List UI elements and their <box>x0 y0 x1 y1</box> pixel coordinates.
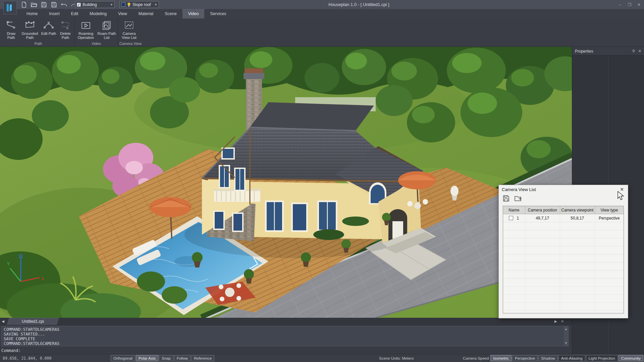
menu-tab-bar: Home Insert Edit Modeling View Material … <box>0 9 644 18</box>
tab-view[interactable]: View <box>112 9 133 18</box>
tab-scene[interactable]: Scene <box>159 9 182 18</box>
ribbon-group-path: Draw Path Grounded Path <box>2 18 74 47</box>
svg-text:Y: Y <box>7 261 10 266</box>
col-view-type[interactable]: View type <box>595 206 624 214</box>
svg-text:X: X <box>41 276 44 281</box>
open-file-icon[interactable] <box>30 1 38 8</box>
command-console: ◀ Untitled1.cpi ▶ ✕ COMMAND:STARTDLGCAME… <box>0 318 572 354</box>
col-name[interactable]: Name <box>503 206 525 214</box>
ribbon-group-video: Roaming Operation Roam Path List Video <box>74 18 118 47</box>
tab-services[interactable]: Services <box>204 9 232 18</box>
slope-roof-combo-label: Slope roof <box>132 2 151 7</box>
umbrella-orange-left <box>150 197 191 217</box>
cursor-coordinates: 89.656, 21.844, 0.000 <box>3 354 51 362</box>
camera-view-list-button[interactable]: Camera View List <box>119 19 139 42</box>
ribbon-group-camera-view: Camera View List Camera View <box>118 18 143 47</box>
3d-viewport[interactable]: Y X <box>0 47 572 318</box>
ribbon: Draw Path Grounded Path <box>0 18 644 47</box>
reference-toggle[interactable]: Reference <box>191 355 214 361</box>
delete-path-icon <box>60 20 71 31</box>
scroll-down-icon[interactable]: ▼ <box>565 341 567 346</box>
save-icon[interactable] <box>40 1 48 8</box>
new-file-icon[interactable] <box>20 1 28 8</box>
scene-units-label: Scene Units: Meters <box>379 354 414 362</box>
tab-scroll-right-icon[interactable]: ▶ <box>554 319 557 323</box>
tab-home[interactable]: Home <box>21 9 43 18</box>
log-line: COMMAND:STARTDLGCAMERAS <box>4 341 566 346</box>
ribbon-group-label-camera-view: Camera View <box>119 42 142 47</box>
close-button[interactable]: ✕ <box>637 2 641 7</box>
snap-toggle[interactable]: Snap <box>159 355 173 361</box>
isometric-toggle[interactable]: Isometric <box>490 355 512 361</box>
row-camera-position: 49,7,17 <box>525 214 560 222</box>
log-scrollbar[interactable]: ▲ ▼ <box>564 326 568 346</box>
polar-axis-toggle[interactable]: Polar Axis <box>136 355 158 361</box>
3d-scene: Y X <box>0 47 572 318</box>
building-filter-combo[interactable]: ✓ Building ▼ <box>75 1 115 8</box>
slope-roof-combo[interactable]: Slope roof ▼ <box>119 1 159 8</box>
chevron-down-icon[interactable]: ▼ <box>154 3 157 6</box>
community-toggle[interactable]: Community <box>619 355 643 361</box>
anti-aliasing-toggle[interactable]: Anti-Aliasing <box>558 355 585 361</box>
row-checkbox[interactable] <box>509 216 513 220</box>
dialog-title: Camera View List <box>502 187 536 192</box>
slope-roof-swatch[interactable] <box>121 2 125 7</box>
log-line: COMMAND:STARTDLGCAMERAS <box>4 327 566 332</box>
minimize-button[interactable]: – <box>618 2 623 7</box>
app-logo <box>3 1 17 14</box>
chevron-down-icon[interactable]: ▼ <box>110 3 113 6</box>
row-camera-viewpoint: 50,8,17 <box>560 214 595 222</box>
roam-path-list-icon <box>101 20 112 31</box>
tab-close-icon[interactable]: ✕ <box>561 319 564 323</box>
lightbulb-icon <box>127 2 131 7</box>
tab-scroll-left-icon[interactable]: ◀ <box>1 318 5 324</box>
tab-edit[interactable]: Edit <box>65 9 84 18</box>
col-camera-viewpoint[interactable]: Camera viewpoint <box>560 206 595 214</box>
mouse-cursor <box>617 191 625 202</box>
status-bar: 89.656, 21.844, 0.000 Orthogonal Polar A… <box>0 354 644 362</box>
restore-button[interactable]: ❐ <box>627 2 632 7</box>
tab-video[interactable]: Video <box>182 9 205 18</box>
row-view-type: Perspective <box>595 214 624 222</box>
row-name: 1 <box>517 216 519 221</box>
log-line: SAVING STARTED... <box>4 332 566 337</box>
properties-panel-title: Properties <box>575 49 593 54</box>
command-input[interactable] <box>21 348 569 353</box>
edit-path-button[interactable]: Edit Path <box>41 19 56 42</box>
document-tab[interactable]: Untitled1.cpi <box>7 318 59 325</box>
undo-icon[interactable] <box>60 1 68 8</box>
ribbon-group-label-path: Path <box>3 42 73 47</box>
light-projection-toggle[interactable]: Light Projection <box>586 355 618 361</box>
perspective-toggle[interactable]: Perspective <box>512 355 538 361</box>
command-log[interactable]: COMMAND:STARTDLGCAMERAS SAVING STARTED..… <box>1 326 569 346</box>
edit-path-icon <box>43 20 54 31</box>
orthogonal-toggle[interactable]: Orthogonal <box>111 355 135 361</box>
table-row[interactable]: 1 49,7,17 50,8,17 Perspective <box>503 214 624 222</box>
building-checkbox[interactable]: ✓ <box>77 3 81 7</box>
tab-modeling[interactable]: Modeling <box>84 9 112 18</box>
tab-insert[interactable]: Insert <box>43 9 65 18</box>
dialog-title-bar[interactable]: Camera View List ✕ <box>499 185 628 194</box>
pin-icon[interactable]: ⚲ <box>632 49 635 53</box>
export-camera-list-icon[interactable] <box>514 195 522 202</box>
tab-material[interactable]: Material <box>133 9 159 18</box>
log-line: SAVE COMPLETE <box>4 337 566 341</box>
houseplan-app: Houseplan 1.0 - [ Untitled1.cpi ] – ❐ ✕ <box>0 0 644 362</box>
houseplan-logo-icon <box>5 3 15 12</box>
document-tab-bar: ◀ Untitled1.cpi ▶ ✕ <box>0 318 572 325</box>
save-as-icon[interactable] <box>50 1 58 8</box>
roaming-operation-button[interactable]: Roaming Operation <box>76 19 96 42</box>
scroll-up-icon[interactable]: ▲ <box>565 327 567 331</box>
delete-path-button[interactable]: Delete Path <box>58 19 73 42</box>
save-camera-list-icon[interactable] <box>503 195 509 202</box>
draw-path-button[interactable]: Draw Path <box>3 19 19 42</box>
grounded-path-button[interactable]: Grounded Path <box>20 19 40 42</box>
follow-toggle[interactable]: Follow <box>174 355 191 361</box>
col-camera-position[interactable]: Camera position <box>525 206 560 214</box>
building-combo-label: Building <box>83 2 97 7</box>
shadow-toggle[interactable]: Shadow <box>538 355 558 361</box>
camera-speed-label: Camera Speed <box>463 354 489 362</box>
roam-path-list-button[interactable]: Roam Path List <box>97 19 116 42</box>
close-icon[interactable]: ✕ <box>638 49 641 53</box>
table-header-row: Name Camera position Camera viewpoint Vi… <box>503 206 624 214</box>
